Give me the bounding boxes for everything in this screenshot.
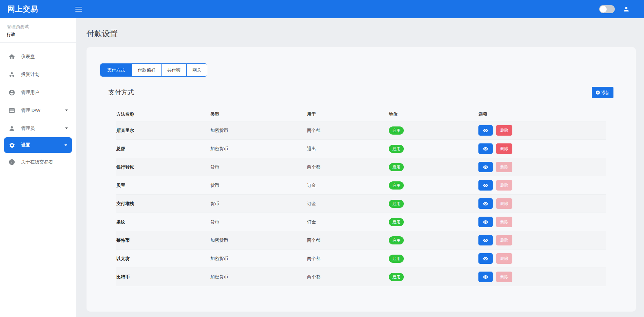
method-name: 莱特币 — [116, 237, 210, 243]
plus-circle-icon — [595, 90, 600, 95]
user-menu-icon[interactable] — [623, 6, 630, 13]
gear-icon — [8, 141, 16, 149]
card-icon — [8, 107, 16, 114]
table-header-row: 方法名称 类型 用于 地位 选项 — [116, 107, 606, 121]
eye-icon — [483, 238, 488, 243]
sidebar-item-manage-dw[interactable]: 管理 D/W — [0, 101, 76, 119]
sidebar-item-manage-users[interactable]: 管理用户 — [0, 83, 76, 101]
view-button[interactable] — [478, 272, 493, 282]
method-name: 以太坊 — [116, 256, 210, 262]
view-button[interactable] — [478, 143, 493, 154]
view-button[interactable] — [478, 253, 493, 264]
sidebar-item-label: 管理用户 — [21, 90, 39, 96]
table-body: 斯克里尔 加密货币 两个都 启用 删除 总督 加密货币 退出 启用 删除 银行转… — [116, 121, 606, 286]
hamburger-menu-icon[interactable] — [75, 6, 84, 13]
status-badge: 启用 — [389, 200, 404, 208]
sidebar-item-settings[interactable]: 设置 — [4, 137, 72, 153]
info-icon — [8, 158, 16, 166]
method-type: 货币 — [210, 219, 307, 225]
view-button[interactable] — [478, 235, 493, 245]
method-type: 加密货币 — [210, 127, 307, 134]
tab-payment-preferences[interactable]: 付款偏好 — [132, 64, 161, 76]
eye-icon — [483, 146, 488, 152]
payment-methods-table: 方法名称 类型 用于 地位 选项 斯克里尔 加密货币 两个都 启用 删除 总督 … — [100, 107, 622, 286]
status-badge: 启用 — [389, 236, 404, 244]
tab-gateways[interactable]: 网关 — [186, 64, 207, 76]
method-name: 银行转帐 — [116, 164, 210, 170]
table-row: 莱特币 加密货币 两个都 启用 删除 — [116, 231, 606, 250]
delete-button[interactable]: 删除 — [496, 162, 512, 172]
section-title: 支付方式 — [108, 88, 134, 97]
sidebar-item-investment-plans[interactable]: 投资计划 — [0, 65, 76, 83]
tab-payment-methods[interactable]: 支付方式 — [100, 64, 132, 76]
method-name: 条纹 — [116, 219, 210, 225]
column-header-used-for: 用于 — [307, 111, 389, 117]
sidebar-user-name: 管理员测试 — [7, 24, 69, 30]
eye-icon — [483, 274, 488, 280]
theme-toggle[interactable] — [599, 5, 615, 13]
top-navbar: 网上交易 — [0, 0, 644, 18]
method-type: 加密货币 — [210, 274, 307, 280]
sidebar-item-about[interactable]: 关于在线交易者 — [0, 153, 76, 171]
chevron-down-icon — [65, 127, 68, 129]
view-button[interactable] — [478, 198, 493, 209]
delete-button[interactable]: 删除 — [496, 198, 512, 209]
tab-copay[interactable]: 共付额 — [161, 64, 186, 76]
column-header-type: 类型 — [210, 111, 307, 117]
table-row: 支付堆栈 货币 订金 启用 删除 — [116, 195, 606, 213]
chevron-down-icon — [65, 110, 68, 111]
table-row: 条纹 货币 订金 启用 删除 — [116, 213, 606, 231]
sidebar-user-block: 管理员测试 行政 — [0, 18, 76, 43]
view-button[interactable] — [478, 180, 493, 191]
method-type: 加密货币 — [210, 237, 307, 243]
method-name: 总督 — [116, 146, 210, 152]
view-button[interactable] — [478, 125, 493, 136]
method-name: 斯克里尔 — [116, 127, 210, 134]
eye-icon — [483, 201, 488, 206]
sidebar-item-label: 仪表盘 — [21, 54, 35, 60]
view-button[interactable] — [478, 162, 493, 172]
status-badge: 启用 — [389, 273, 404, 281]
chevron-down-icon — [64, 144, 67, 146]
payment-settings-card: 支付方式 付款偏好 共付额 网关 支付方式 添新 方法名称 类型 用于 地位 选… — [87, 47, 636, 312]
sidebar-user-role: 行政 — [7, 32, 69, 38]
status-badge: 启用 — [389, 255, 404, 263]
method-used-for: 订金 — [307, 201, 389, 207]
table-row: 银行转帐 货币 两个都 启用 删除 — [116, 158, 606, 176]
method-used-for: 两个都 — [307, 164, 389, 170]
plans-icon — [8, 71, 16, 78]
method-type: 货币 — [210, 164, 307, 170]
sidebar-item-dashboard[interactable]: 仪表盘 — [0, 47, 76, 65]
method-used-for: 退出 — [307, 146, 389, 152]
view-button[interactable] — [478, 217, 493, 227]
method-type: 加密货币 — [210, 146, 307, 152]
delete-button[interactable]: 删除 — [496, 253, 512, 264]
table-row: 斯克里尔 加密货币 两个都 启用 删除 — [116, 121, 606, 140]
delete-button[interactable]: 删除 — [496, 180, 512, 191]
payment-tabs: 支付方式 付款偏好 共付额 网关 — [100, 63, 207, 77]
sidebar-item-label: 关于在线交易者 — [21, 159, 53, 165]
column-header-name: 方法名称 — [116, 111, 210, 117]
delete-button[interactable]: 删除 — [496, 125, 512, 136]
eye-icon — [483, 219, 488, 225]
sidebar-item-admins[interactable]: 管理员 — [0, 119, 76, 137]
method-used-for: 两个都 — [307, 237, 389, 243]
status-badge: 启用 — [389, 218, 404, 226]
status-badge: 启用 — [389, 181, 404, 190]
toggle-knob — [600, 6, 607, 13]
home-icon — [8, 53, 16, 60]
sidebar-item-label: 投资计划 — [21, 72, 39, 78]
method-name: 支付堆栈 — [116, 201, 210, 207]
method-type: 货币 — [210, 182, 307, 189]
delete-button[interactable]: 删除 — [496, 235, 512, 245]
app-brand: 网上交易 — [0, 4, 38, 14]
delete-button[interactable]: 删除 — [496, 143, 512, 154]
eye-icon — [483, 128, 488, 133]
method-used-for: 两个都 — [307, 127, 389, 134]
delete-button[interactable]: 删除 — [496, 217, 512, 227]
delete-button[interactable]: 删除 — [496, 272, 512, 282]
add-new-button[interactable]: 添新 — [592, 87, 613, 98]
table-row: 总督 加密货币 退出 启用 删除 — [116, 140, 606, 158]
method-type: 货币 — [210, 201, 307, 207]
method-name: 比特币 — [116, 274, 210, 280]
